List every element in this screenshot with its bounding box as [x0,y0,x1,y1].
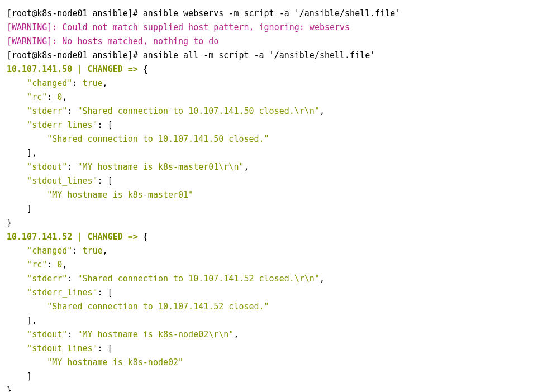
json-line: "changed": true, [7,246,108,256]
val-stderrlines-1: "Shared connection to 10.107.141.50 clos… [7,134,269,144]
json-line: "changed": true, [7,78,108,88]
close-bracket-4: ] [7,371,32,381]
json-line: "stdout_lines": [ [7,343,113,353]
json-line: "stderr": "Shared connection to 10.107.1… [7,106,325,116]
comma-7: , [320,274,325,284]
json-line: "rc": 0, [7,260,67,270]
command-1: ansible webservs -m script -a '/ansible/… [143,8,401,18]
col-stderrlines-2: : [ [98,288,113,298]
arrow-1: => [123,64,143,74]
val-stdoutlines-2: "MY hostname is k8s-node02" [7,357,183,367]
key-stdout-1: "stdout" [7,162,67,172]
prompt-dir: ansible [88,8,128,18]
status-2: CHANGED [88,232,123,242]
val-rc-1: 0 [57,92,62,102]
json-line: "stderr_lines": [ [7,288,113,298]
status-sep-2: | [72,232,87,242]
col-changed-2: : [72,246,82,256]
col-rc-1: : [47,92,57,102]
val-rc-2: 0 [57,260,62,270]
prompt-hash-2: ]# [128,50,143,60]
col-stderr-2: : [67,274,77,284]
brace-open-2: { [143,232,148,242]
warning-line-1: [WARNING]: Could not match supplied host… [7,22,350,32]
brace-close-1: } [7,218,12,228]
key-changed-2: "changed" [7,246,72,256]
json-line: "stdout": "MY hostname is k8s-node02\r\n… [7,329,239,340]
json-line: "stderr": "Shared connection to 10.107.1… [7,274,325,284]
key-stderr-2: "stderr" [7,274,67,284]
close-bracket-2: ] [7,204,32,214]
val-stderr-2: "Shared connection to 10.107.141.52 clos… [77,274,319,284]
close-bracket-3: ], [7,315,37,326]
comma-5: , [103,246,108,256]
key-stdout-2: "stdout" [7,329,67,340]
ip-2: 10.107.141.52 [7,232,72,242]
hostname-2: k8s-node01 [37,50,87,60]
col-rc-2: : [47,260,57,270]
hostname: k8s-node01 [37,8,87,18]
prompt-line-2[interactable]: [root@k8s-node01 ansible]# ansible all -… [7,50,375,60]
json-line: "stdout_lines": [ [7,176,113,186]
prompt-prefix: [root@ [7,8,37,18]
warning-line-2: [WARNING]: No hosts matched, nothing to … [7,36,218,46]
key-rc-1: "rc" [7,92,47,102]
key-changed-1: "changed" [7,78,72,88]
key-stdoutlines-2: "stdout_lines" [7,343,98,353]
json-line: "stdout": "MY hostname is k8s-master01\r… [7,162,249,172]
comma-3: , [320,106,325,116]
json-line: "stderr_lines": [ [7,120,113,130]
key-stderrlines-2: "stderr_lines" [7,288,98,298]
command-2: ansible all -m script -a '/ansible/shell… [143,50,375,60]
val-stdoutlines-1: "MY hostname is k8s-master01" [7,190,193,200]
json-line: "MY hostname is k8s-node02" [7,357,183,367]
prompt-prefix-2: [root@ [7,50,37,60]
val-stdout-2: "MY hostname is k8s-node02\r\n" [77,329,234,340]
ip-1: 10.107.141.50 [7,64,72,74]
comma-8: , [234,329,239,340]
host-header-1: 10.107.141.50 | CHANGED => { [7,64,148,74]
col-stderr-1: : [67,106,77,116]
brace-close-2: } [7,385,12,392]
comma-2: , [62,92,67,102]
json-line: "Shared connection to 10.107.141.52 clos… [7,302,269,312]
status-sep-1: | [72,64,87,74]
json-line: "Shared connection to 10.107.141.50 clos… [7,134,269,144]
comma-4: , [244,162,249,172]
json-line: "MY hostname is k8s-master01" [7,190,193,200]
val-stderr-1: "Shared connection to 10.107.141.50 clos… [77,106,319,116]
key-stdoutlines-1: "stdout_lines" [7,176,98,186]
host-header-2: 10.107.141.52 | CHANGED => { [7,232,148,242]
key-stderrlines-1: "stderr_lines" [7,120,98,130]
val-stdout-1: "MY hostname is k8s-master01\r\n" [77,162,244,172]
col-stdoutlines-1: : [ [98,176,113,186]
col-stdout-2: : [67,329,77,340]
col-stderrlines-1: : [ [98,120,113,130]
key-stderr-1: "stderr" [7,106,67,116]
col-stdoutlines-2: : [ [98,343,113,353]
col-changed-1: : [72,78,82,88]
arrow-2: => [123,232,143,242]
status-1: CHANGED [88,64,123,74]
close-bracket-1: ], [7,148,37,158]
val-changed-1: true [82,78,102,88]
comma-1: , [103,78,108,88]
comma-6: , [62,260,67,270]
brace-open-1: { [143,64,148,74]
col-stdout-1: : [67,162,77,172]
prompt-dir-2: ansible [88,50,128,60]
prompt-line-1[interactable]: [root@k8s-node01 ansible]# ansible webse… [7,8,400,18]
key-rc-2: "rc" [7,260,47,270]
prompt-hash: ]# [128,8,143,18]
json-line: "rc": 0, [7,92,67,102]
val-stderrlines-2: "Shared connection to 10.107.141.52 clos… [7,302,269,312]
val-changed-2: true [82,246,102,256]
